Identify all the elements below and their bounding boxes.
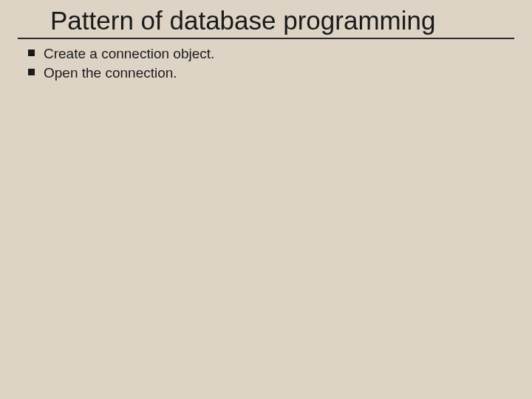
bullet-list: Create a connection object. Open the con… (28, 45, 532, 83)
slide-title: Pattern of database programming (50, 4, 532, 37)
list-item-text: Create a connection object. (44, 45, 214, 64)
title-area: Pattern of database programming (0, 0, 532, 37)
square-bullet-icon (28, 50, 35, 56)
title-underline (18, 38, 514, 39)
slide: Pattern of database programming Create a… (0, 0, 532, 399)
list-item: Open the connection. (28, 64, 532, 83)
list-item: Create a connection object. (28, 45, 532, 64)
square-bullet-icon (28, 69, 35, 75)
list-item-text: Open the connection. (44, 64, 177, 83)
